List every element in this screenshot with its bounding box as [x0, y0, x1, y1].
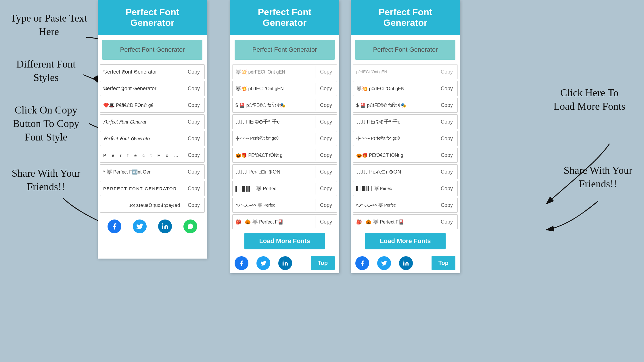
font-text: ▌║█║▌│ 🐺 Perfec [233, 184, 315, 194]
whatsapp-icon[interactable] [183, 219, 197, 233]
copy-button[interactable]: Copy [436, 183, 457, 195]
linkedin-icon[interactable] [158, 219, 172, 233]
copy-button[interactable]: Copy [183, 149, 204, 161]
font-row: •]••°•°•» Pєrfєⓞt fо* gє© Copy [353, 131, 458, 146]
font-text: 𝘗erfect 𝘍ont 𝘎enerat [100, 117, 183, 127]
font-text: ♩♩♩♩♩ Pея'е□т ⊕ON⁻ [233, 166, 315, 177]
svg-point-2 [162, 223, 163, 224]
copy-button[interactable]: Copy [315, 183, 337, 195]
text-input-right1[interactable]: Perfect Font Generator [235, 40, 335, 60]
copy-button[interactable]: Copy [183, 183, 204, 195]
copy-button[interactable]: Copy [315, 83, 337, 95]
font-row: 🎃🎁 PEfO€CT fÔNt g Copy [353, 148, 458, 163]
font-row: pèrfECt 'Ont gEN Copy [353, 64, 458, 79]
font-row: 🎒 · 🎃 🐺 Perfect F🎴 Copy [232, 214, 337, 229]
copy-button[interactable]: Copy [436, 216, 457, 228]
font-text: 🎒 · 🎃 🐺 Perfect F🎴 [353, 217, 436, 227]
top-button-2[interactable]: Top [432, 256, 455, 270]
phone-panel-right2: Perfect Font Generator Perfect Font Gene… [351, 0, 460, 273]
copy-button[interactable]: Copy [436, 133, 457, 145]
copy-button[interactable]: Copy [183, 199, 204, 211]
copy-button[interactable]: Copy [315, 166, 337, 178]
font-row: 𝕻erfect 𝕱ont 𝕲enerator Copy [100, 81, 205, 96]
font-row: $ 🎴 p©fFE©© foÑt ¢🎭 Copy [353, 98, 458, 113]
svg-point-4 [403, 260, 405, 261]
font-row: ¤„•°~„•..–>> 🐺 Perfec Copy [353, 198, 458, 213]
svg-point-3 [283, 260, 284, 261]
font-row: ♩♩♩♩♩ Pея'е□т ⊕ON⁻ Copy [353, 164, 458, 179]
linkedin-icon[interactable] [399, 256, 413, 270]
font-text: $ 🎴 p©fFE©© foÑt ¢🎭 [233, 100, 315, 110]
copy-button[interactable]: Copy [436, 149, 457, 161]
panel-right1-header: Perfect Font Generator [230, 0, 339, 35]
copy-button[interactable]: Copy [315, 149, 337, 161]
font-row: 𝘗erfect 𝘍ont 𝘎enerat Copy [100, 114, 205, 129]
font-row: * 🐺 Perfect F🔤nt Ger Copy [100, 164, 205, 179]
font-row: ▌║█║▌│ 🐺 Perfec Copy [353, 181, 458, 196]
font-row: ɹoʇɐɹǝuǝ⅁ ʇuoℲ ʇɔǝɟɹǝd Copy [100, 198, 205, 213]
copy-button[interactable]: Copy [183, 66, 204, 78]
copy-button[interactable]: Copy [436, 66, 457, 78]
copy-button[interactable]: Copy [315, 199, 337, 211]
top-button[interactable]: Top [311, 256, 335, 270]
copy-button[interactable]: Copy [183, 166, 204, 178]
font-row: $ 🎴 p©fFE©© foÑt ¢🎭 Copy [232, 98, 337, 113]
annotation-share: Share With Your Friends!! [9, 167, 83, 194]
phone-panel-left: Perfect Font Generator Perfect Font Gene… [98, 0, 207, 259]
copy-button[interactable]: Copy [436, 99, 457, 111]
copy-button[interactable]: Copy [183, 133, 204, 145]
copy-button[interactable]: Copy [183, 83, 204, 95]
copy-button[interactable]: Copy [436, 116, 457, 128]
font-text: 𝔓erfect 𝔉ont 𝔊enerator [100, 67, 183, 77]
font-text: * 🐺 Perfect F🔤nt Ger [100, 167, 183, 177]
font-row: ❤️🎩 P€ff€©D FOn© g€ Copy [100, 98, 205, 113]
facebook-icon[interactable] [355, 256, 369, 270]
font-text: 𝕻erfect 𝕱ont 𝕲enerator [100, 83, 183, 94]
load-more-button-2[interactable]: Load More Fonts [365, 233, 446, 249]
facebook-icon[interactable] [108, 219, 121, 233]
twitter-icon[interactable] [377, 256, 391, 270]
copy-button[interactable]: Copy [436, 199, 457, 211]
font-text: 𝙋erfect 𝙁ont 𝙂enerato [100, 133, 183, 144]
social-row-left [98, 214, 207, 237]
phone-panel-right1: Perfect Font Generator Perfect Font Gene… [230, 0, 339, 273]
copy-button[interactable]: Copy [183, 99, 204, 111]
font-text: ¤„•°~„•..–>> 🐺 Perfec [353, 201, 436, 210]
copy-button[interactable]: Copy [315, 116, 337, 128]
facebook-icon[interactable] [235, 256, 248, 270]
bottom-row-right: Top [230, 253, 339, 273]
font-text: •]••°•°•» Pєrfєⓞt fо* gє© [233, 134, 315, 143]
copy-button[interactable]: Copy [315, 99, 337, 111]
copy-button[interactable]: Copy [315, 133, 337, 145]
annotation-share2: Share With Your Friends!! [561, 164, 635, 191]
annotation-load-more: Click Here To Load More Fonts [549, 86, 630, 113]
annotation-type-paste: Type or Paste Text Here [9, 11, 89, 38]
font-row: ♩♩♩♩♩ Pея'е□т ⊕ON⁻ Copy [232, 164, 337, 179]
copy-button[interactable]: Copy [436, 83, 457, 95]
font-text: ❤️🎩 P€ff€©D FOn© g€ [100, 100, 183, 110]
load-more-button[interactable]: Load More Fonts [244, 233, 325, 249]
font-text: P e r f e c t F o n t [100, 151, 183, 160]
font-row: ♩♩♩♩ ΠΕr©⊕千ᵃ 千c Copy [353, 114, 458, 129]
copy-button[interactable]: Copy [315, 216, 337, 228]
panel-right2-header: Perfect Font Generator [351, 0, 460, 35]
font-row: 🐺💥 p€rfECt 'Ont gEN Copy [232, 81, 337, 96]
twitter-icon[interactable] [256, 256, 270, 270]
font-text: ɹoʇɐɹǝuǝ⅁ ʇuoℲ ʇɔǝɟɹǝd [100, 200, 183, 210]
font-text: 🎃🎁 PEfO€CT fÔNt g [353, 150, 436, 160]
font-text: $ 🎴 p©fFE©© foÑt ¢🎭 [353, 100, 436, 110]
copy-button[interactable]: Copy [436, 166, 457, 178]
twitter-icon[interactable] [133, 219, 147, 233]
copy-button[interactable]: Copy [315, 66, 337, 78]
copy-button[interactable]: Copy [183, 116, 204, 128]
linkedin-icon[interactable] [278, 256, 292, 270]
font-row: 🐺💥 p€rfECt 'Ont gEN Copy [353, 81, 458, 96]
font-row: 𝙋erfect 𝙁ont 𝙂enerato Copy [100, 131, 205, 146]
text-input-right2[interactable]: Perfect Font Generator [355, 40, 455, 60]
font-row: P e r f e c t F o n t Copy [100, 148, 205, 163]
text-input-left[interactable]: Perfect Font Generator [102, 40, 202, 60]
font-row: 🐺💥 pèrFECt 'Ont gEN Copy [232, 64, 337, 79]
font-text: 🐺💥 p€rfECt 'Ont gEN [353, 84, 436, 94]
bottom-row-right2: Top [351, 253, 460, 273]
font-text: ♩♩♩♩ ΠΕr©⊕千ᵃ 千c [233, 116, 315, 128]
